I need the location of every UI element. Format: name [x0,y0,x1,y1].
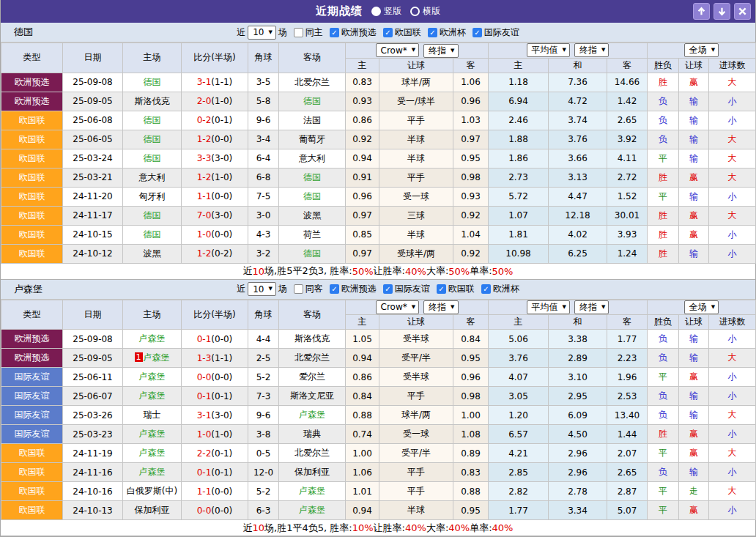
odds-stage-select[interactable]: 终指▼ [423,300,458,314]
match-score: 1-2(0-0) [182,130,248,149]
close-button[interactable] [734,3,751,20]
away-team: 德国 [279,244,346,263]
home-team-name: 卢森堡 [139,467,166,477]
match-date: 25-03-21 [63,168,123,187]
league-badge: 欧国联 [1,149,63,168]
goals-outcome: 小 [709,463,756,482]
average-select-value: 平均值 [532,44,558,56]
team-filter-bar: 德国近10▼场同主✓欧洲预选✓欧国联✓欧洲杯✓国际友谊 [1,23,755,42]
match-row: 欧国联25-06-05德国1-2(0-0)3-4葡萄牙0.92半球0.971.8… [1,130,756,149]
avg-away-odds: 2.53 [607,387,648,406]
match-count-select[interactable]: 10▼ [248,26,276,40]
league-filter-checkbox[interactable]: ✓ [428,28,437,37]
league-filter-checkbox[interactable]: ✓ [383,28,393,37]
league-badge: 国际友谊 [1,406,63,425]
avg-away-odds: 2.23 [607,349,648,368]
league-filter-checkbox[interactable]: ✓ [481,284,491,294]
same-venue-checkbox[interactable] [294,28,303,37]
home-team: 白俄罗斯(中) [123,482,182,501]
scope-select[interactable]: 全场▼ [684,300,719,314]
away-team-name: 北爱尔兰 [294,448,330,458]
avg-draw-odds: 2.96 [549,463,607,482]
window-title: 近期战绩 [316,4,363,18]
handicap-line: 三球 [379,206,453,225]
away-team: 德国 [279,168,346,187]
half-score: (0-0) [211,486,232,497]
result-outcome: 负 [648,130,679,149]
result-outcome: 平 [648,149,679,168]
full-score: 0-1 [197,391,212,401]
match-date: 24-11-16 [63,463,123,482]
average-select[interactable]: 平均值▼ [527,43,570,57]
same-venue-checkbox[interactable] [294,284,303,294]
half-score: (0-1) [211,391,232,401]
home-team-name: 保加利亚 [135,505,170,515]
league-filter-checkbox[interactable]: ✓ [383,284,393,294]
match-count-select[interactable]: 10▼ [248,282,276,296]
league-badge: 欧国联 [1,130,63,149]
match-date: 24-10-12 [63,244,123,263]
bookmaker-select[interactable]: Crow*▼ [376,300,420,314]
layout-radio-vertical[interactable]: 竖版 [371,5,401,18]
match-date: 24-10-16 [63,482,123,501]
home-team: 卢森堡 [123,330,182,349]
scroll-up-button[interactable] [693,3,710,20]
match-row: 欧国联25-03-21意大利1-2(1-0)6-8德国0.91平手0.982.7… [1,168,756,187]
odds-stage-select-value: 终指 [429,45,446,57]
goals-outcome: 大 [709,130,756,149]
scope-select[interactable]: 全场▼ [684,43,719,57]
asian-handicap-outcome: 输 [679,349,709,368]
away-team-name: 德国 [303,96,321,106]
matches-label: 场 [278,26,287,39]
away-team: 卢森堡 [279,501,346,520]
avg-draw-odds: 4.50 [549,425,607,444]
bookmaker-select[interactable]: Crow*▼ [376,43,420,57]
home-team-name: 匈牙利 [139,191,166,201]
asian-handicap-outcome: 输 [679,387,709,406]
match-score: 3-1(3-0) [182,406,248,425]
match-score: 1-0(0-0) [182,225,248,244]
handicap-line: 半球 [379,149,453,168]
scroll-down-button[interactable] [714,3,730,20]
league-filter-checkbox[interactable]: ✓ [330,28,339,37]
corner-stats: 4-4 [248,330,279,349]
avg-stage-select[interactable]: 终指▼ [574,300,609,314]
match-row: 欧国联24-11-20匈牙利1-1(0-0)7-5德国0.96受一球0.935.… [1,187,756,206]
league-filter-checkbox[interactable]: ✓ [437,284,446,294]
full-score: 7-0 [197,210,212,221]
result-outcome: 胜 [648,168,679,187]
summary-part: 10% [352,522,374,533]
goals-outcome: 大 [709,482,756,501]
avg-stage-select[interactable]: 终指▼ [574,43,609,57]
away-team-name: 波黑 [303,210,321,221]
scope-group: 全场▼ [648,43,756,59]
away-odds: 1.00 [453,406,489,425]
result-outcome: 胜 [648,73,679,92]
chevron-down-icon: ▼ [563,48,566,53]
avg-draw-odds: 2.78 [549,482,607,501]
result-outcome: 平 [648,444,679,463]
home-odds: 0.86 [346,111,379,130]
away-team-name: 瑞典 [303,429,321,439]
handicap-line: 平手 [379,111,453,130]
league-filter-checkbox[interactable]: ✓ [330,284,339,294]
summary-part: 50% [448,266,470,277]
away-odds: 0.96 [453,92,489,111]
home-team-name: 德国 [144,153,161,163]
full-score: 3-1 [197,410,212,421]
summary-part: 40% [448,522,470,533]
average-select[interactable]: 平均值▼ [527,300,570,314]
filter-controls: 近10▼场同主✓欧洲预选✓欧国联✓欧洲杯✓国际友谊 [237,26,519,40]
avg-draw-odds: 6.09 [549,406,607,425]
match-score: 0-1(0-0) [182,330,248,349]
odds-stage-select[interactable]: 终指▼ [423,44,458,58]
same-venue-label: 同主 [305,26,323,39]
layout-radio-horizontal[interactable]: 横版 [410,5,440,18]
league-filter-checkbox[interactable]: ✓ [472,28,482,37]
handicap-line: 受平/半 [379,349,453,368]
avg-home-odds: 1.18 [489,73,549,92]
home-team: 德国 [123,225,182,244]
match-date: 25-03-26 [63,406,123,425]
league-badge: 欧洲预选 [1,92,63,111]
results-table: 类型日期主场比分(半场)角球客场Crow*▼终指▼平均值▼终指▼全场▼主让球客主… [1,300,756,521]
